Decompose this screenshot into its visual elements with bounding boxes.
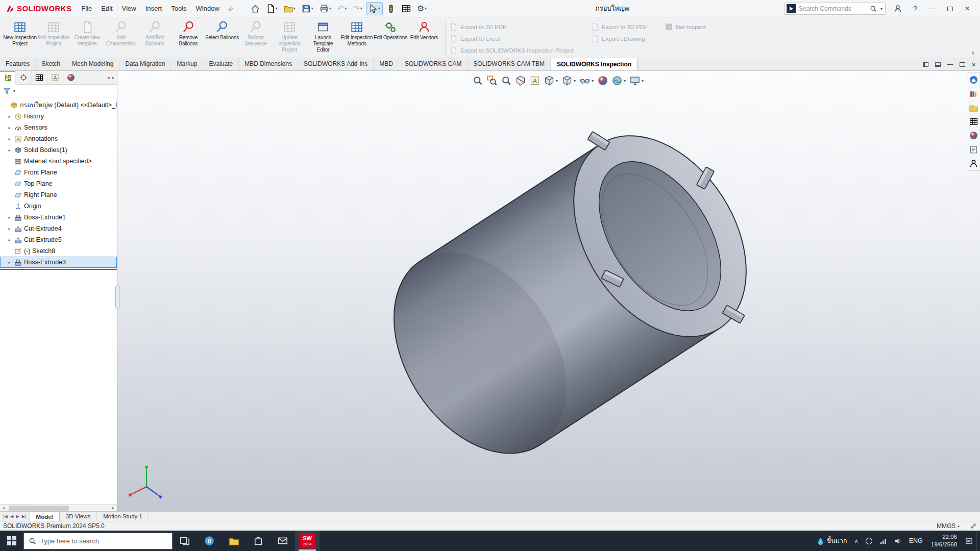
tree-item-solid-bodies-1[interactable]: ▸Solid Bodies(1) <box>0 144 117 156</box>
tree-root[interactable]: ▸กรอบใหญ่w (Default) <<Default>_Displ <box>0 99 117 111</box>
taskbar-solidworks[interactable]: SW2024 <box>295 531 320 551</box>
ribbon-export-to-3d-pdf-button[interactable]: Export to 3D PDF <box>591 23 648 31</box>
tree-item-origin[interactable]: ▸Origin <box>0 201 117 212</box>
filter-funnel-icon[interactable] <box>3 87 11 95</box>
ribbon-collapse-icon[interactable]: ∧ <box>971 50 975 56</box>
file-properties-button[interactable] <box>399 2 413 15</box>
split-pane-icon[interactable] <box>935 62 941 67</box>
tree-item-annotations[interactable]: ▸Annotations <box>0 133 117 144</box>
notification-center-icon[interactable] <box>962 531 976 551</box>
rollback-bar[interactable] <box>0 269 117 270</box>
section-view-icon[interactable] <box>516 76 526 86</box>
account-icon[interactable] <box>889 0 906 17</box>
language-indicator[interactable]: ENG <box>905 531 926 551</box>
ribbon-balloon-sequence-button[interactable]: Balloon Sequence <box>239 18 273 57</box>
taskbar-mail[interactable] <box>271 531 295 551</box>
ribbon-launch-template-editor-button[interactable]: Launch Template Editor <box>306 18 340 57</box>
hide-show-items-icon[interactable]: ▾ <box>580 76 594 86</box>
tab-mesh-modeling[interactable]: Mesh Modeling <box>66 58 119 70</box>
appearances-scenes-icon[interactable] <box>969 131 978 140</box>
restore-button[interactable] <box>941 0 959 17</box>
print-button[interactable]: ▾ <box>317 2 334 15</box>
ribbon-export-to-2d-pdf-button[interactable]: Export to 2D PDF <box>450 23 574 31</box>
menu-file[interactable]: File <box>77 0 96 17</box>
tree-item-right-plane[interactable]: ▸Right Plane <box>0 189 117 201</box>
ribbon-edit-inspection-project-button[interactable]: Edit Inspection Project <box>37 18 70 57</box>
scroll-track[interactable] <box>8 505 109 511</box>
ribbon-new-inspection-project-button[interactable]: New Inspection Project <box>3 18 37 57</box>
ribbon-edit-inspection-methods-button[interactable]: Edit Inspection Methods <box>340 18 374 57</box>
sheet-nav-1[interactable]: ◀ <box>9 514 15 519</box>
home-button[interactable] <box>248 2 262 15</box>
weather-widget[interactable]: ชื้นมาก <box>813 531 851 551</box>
menu-insert[interactable]: Insert <box>141 0 167 17</box>
ribbon-edit-operations-button[interactable]: Edit Operations <box>374 18 407 57</box>
tree-item-material-not-specified[interactable]: ▸Material <not specified> <box>0 156 117 167</box>
scroll-thumb[interactable] <box>9 506 69 511</box>
tab-solidworks-cam[interactable]: SOLIDWORKS CAM <box>399 58 468 70</box>
sheet-nav-2[interactable]: ▶ <box>15 514 20 519</box>
graphics-viewport[interactable]: ▾▾▾▾▾ <box>117 71 980 511</box>
scroll-left-icon[interactable]: ◂ <box>0 506 8 510</box>
units-selector[interactable]: MMGS ▴ <box>937 522 960 530</box>
panel-tab-propertymanager[interactable] <box>16 71 32 85</box>
orientation-triad[interactable] <box>128 466 162 499</box>
doc-restore-button[interactable] <box>960 62 965 67</box>
file-explorer-icon[interactable] <box>969 103 978 112</box>
solidworks-forum-icon[interactable] <box>969 159 978 168</box>
dock-pane-icon[interactable] <box>923 62 928 67</box>
view-palette-icon[interactable] <box>969 117 978 126</box>
new-document-button[interactable]: ▾ <box>263 2 280 15</box>
undo-button[interactable]: ↶▾ <box>335 2 349 15</box>
tree-item-boss-extrude1[interactable]: ▸Boss-Extrude1 <box>0 212 117 223</box>
filter-caret-icon[interactable]: ▾ <box>13 89 15 93</box>
ribbon-edit-vendors-button[interactable]: Edit Vendors <box>407 18 441 57</box>
menu-view[interactable]: View <box>117 0 141 17</box>
panel-prev-icon[interactable]: ◂ <box>107 75 110 80</box>
select-button[interactable]: ▾ <box>366 2 383 15</box>
view-orientation-icon[interactable]: ▾ <box>544 76 558 86</box>
save-button[interactable]: ▾ <box>299 2 316 15</box>
design-library-icon[interactable] <box>969 89 978 98</box>
taskbar-task-view[interactable] <box>173 531 197 551</box>
open-button[interactable]: ▾ <box>281 2 298 15</box>
tab-mbd-dimensions[interactable]: MBD Dimensions <box>239 58 298 70</box>
tab-features[interactable]: Features <box>0 58 36 70</box>
close-button[interactable]: × <box>959 0 976 17</box>
tab-evaluate[interactable]: Evaluate <box>203 58 239 70</box>
help-icon[interactable]: ? <box>906 0 924 17</box>
tab-solidworks-inspection[interactable]: SOLIDWORKS Inspection <box>551 58 638 70</box>
sheet-nav-3[interactable]: ▶| <box>21 514 28 519</box>
tree-item-cut-extrude5[interactable]: ▸Cut-Extrude5 <box>0 234 117 245</box>
minimize-button[interactable] <box>924 0 941 17</box>
taskbar-search-input[interactable] <box>40 537 167 545</box>
tree-item-front-plane[interactable]: ▸Front Plane <box>0 167 117 178</box>
tree-item-top-plane[interactable]: ▸Top Plane <box>0 178 117 189</box>
previous-view-icon[interactable] <box>501 76 511 86</box>
display-style-icon[interactable]: ▾ <box>562 76 576 86</box>
tab-solidworks-cam-tbm[interactable]: SOLIDWORKS CAM TBM <box>468 58 551 70</box>
tree-item-sketch8[interactable]: ▸(-) Sketch8 <box>0 245 117 257</box>
doc-minimize-button[interactable] <box>947 64 953 65</box>
ribbon-create-new-template-button[interactable]: Create New template <box>70 18 104 57</box>
view-tab-motion-study-1[interactable]: Motion Study 1 <box>97 512 149 521</box>
model-3d-cylinder[interactable] <box>117 71 980 511</box>
status-edit-icon[interactable] <box>970 522 977 530</box>
start-button[interactable] <box>0 531 23 551</box>
menu-window[interactable]: Window <box>191 0 224 17</box>
ribbon-export-to-excel-button[interactable]: Export to Excel <box>450 35 574 42</box>
panel-tab-displaymanager[interactable] <box>63 71 79 85</box>
panel-splitter-handle[interactable] <box>115 285 119 309</box>
ribbon-add-characteristic-button[interactable]: Add Characteristic <box>104 18 138 57</box>
dynamic-annotation-views-icon[interactable] <box>530 76 540 86</box>
zoom-to-fit-icon[interactable] <box>473 76 483 86</box>
solidworks-resources-icon[interactable] <box>969 75 978 84</box>
ribbon-export-edrawing-button[interactable]: Export eDrawing <box>591 35 648 42</box>
ribbon-update-inspection-project-button[interactable]: Update Inspection Project <box>273 18 306 57</box>
menu-pin-icon[interactable] <box>224 4 237 13</box>
tree-item-history[interactable]: ▸History <box>0 111 117 122</box>
doc-close-button[interactable]: × <box>972 61 976 69</box>
panel-scrollbar[interactable]: ◂ ▸ <box>0 504 117 511</box>
show-desktop-button[interactable] <box>976 531 980 551</box>
apply-scene-icon[interactable]: ▾ <box>612 76 626 86</box>
